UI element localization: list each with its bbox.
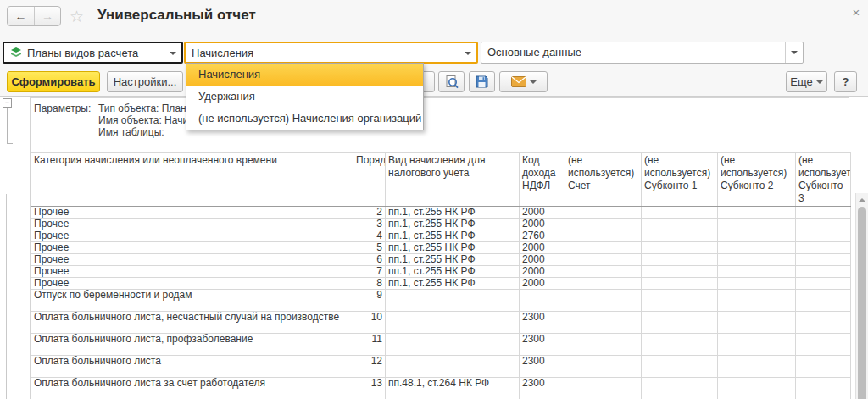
dropdown-option[interactable]: Удержания — [186, 86, 423, 108]
table-cell[interactable] — [642, 356, 718, 378]
table-cell[interactable] — [642, 230, 718, 242]
table-cell[interactable] — [796, 312, 851, 334]
table-cell[interactable]: Прочее — [31, 278, 353, 290]
table-cell[interactable]: 2000 — [520, 278, 565, 290]
table-cell[interactable]: пп.1, ст.255 НК РФ — [386, 266, 520, 278]
table-cell[interactable] — [642, 378, 718, 399]
object-type-select[interactable]: Планы видов расчета — [3, 42, 183, 64]
table-cell[interactable]: 3 — [353, 219, 386, 230]
table-cell[interactable] — [796, 356, 851, 378]
dropdown-option[interactable]: Начисления — [186, 64, 423, 86]
table-cell[interactable] — [718, 278, 796, 290]
table-cell[interactable]: Оплата больничного листа за счет работод… — [31, 378, 353, 399]
table-cell[interactable] — [718, 334, 796, 356]
table-cell[interactable] — [642, 334, 718, 356]
table-cell[interactable] — [796, 219, 851, 230]
table-cell[interactable] — [565, 242, 642, 254]
table-row[interactable]: Оплата больничного листа122300 — [31, 356, 851, 378]
table-cell[interactable] — [642, 242, 718, 254]
table-cell[interactable] — [565, 207, 642, 219]
table-row[interactable]: Прочее2пп.1, ст.255 НК РФ2000 — [31, 207, 851, 219]
table-cell[interactable] — [386, 312, 520, 334]
table-cell[interactable] — [796, 207, 851, 219]
table-cell[interactable]: пп.48.1, ст.264 НК РФ — [386, 378, 520, 399]
table-cell[interactable] — [565, 290, 642, 312]
table-cell[interactable]: 2300 — [520, 378, 565, 399]
table-row[interactable]: Оплата больничного листа, профзаболевани… — [31, 334, 851, 356]
table-cell[interactable]: Оплата больничного листа, профзаболевани… — [31, 334, 353, 356]
table-cell[interactable]: 6 — [353, 254, 386, 266]
table-cell[interactable]: 10 — [353, 312, 386, 334]
table-row[interactable]: Прочее3пп.1, ст.255 НК РФ2000 — [31, 219, 851, 230]
table-cell[interactable] — [718, 378, 796, 399]
table-cell[interactable] — [565, 378, 642, 399]
table-cell[interactable] — [565, 254, 642, 266]
table-cell[interactable] — [642, 266, 718, 278]
table-cell[interactable]: 11 — [353, 334, 386, 356]
table-row[interactable]: Отпуск по беременности и родам9 — [31, 290, 851, 312]
table-cell[interactable]: 9 — [353, 290, 386, 312]
save-button[interactable] — [469, 71, 495, 92]
table-cell[interactable]: 7 — [353, 266, 386, 278]
table-cell[interactable]: 2000 — [520, 207, 565, 219]
table-cell[interactable] — [796, 254, 851, 266]
back-button[interactable]: ← — [8, 7, 34, 25]
table-cell[interactable]: Прочее — [31, 266, 353, 278]
table-cell[interactable] — [796, 230, 851, 242]
table-cell[interactable]: Прочее — [31, 207, 353, 219]
table-cell[interactable]: Прочее — [31, 219, 353, 230]
dropdown-option[interactable]: (не используется) Начисления организаций — [186, 108, 423, 130]
table-cell[interactable] — [796, 378, 851, 399]
table-cell[interactable]: Прочее — [31, 242, 353, 254]
table-cell[interactable] — [718, 219, 796, 230]
table-row[interactable]: Прочее8пп.1, ст.255 НК РФ2000 — [31, 278, 851, 290]
scroll-up-arrow-icon[interactable] — [859, 195, 865, 202]
table-cell[interactable]: 5 — [353, 242, 386, 254]
generate-report-button[interactable]: Сформировать — [7, 71, 100, 92]
table-row[interactable]: Оплата больничного листа за счет работод… — [31, 378, 851, 399]
table-cell[interactable] — [642, 290, 718, 312]
table-cell[interactable] — [718, 207, 796, 219]
table-cell[interactable]: 2760 — [520, 230, 565, 242]
table-cell[interactable] — [565, 334, 642, 356]
settings-button[interactable]: Настройки... — [107, 71, 183, 92]
object-type-dropdown-arrow[interactable] — [164, 43, 181, 62]
table-cell[interactable]: 13 — [353, 378, 386, 399]
table-cell[interactable] — [565, 312, 642, 334]
table-row[interactable]: Прочее4пп.1, ст.255 НК РФ2760 — [31, 230, 851, 242]
table-cell[interactable]: Оплата больничного листа, несчастный слу… — [31, 312, 353, 334]
table-cell[interactable]: 2000 — [520, 219, 565, 230]
table-cell[interactable] — [565, 219, 642, 230]
table-cell[interactable] — [796, 290, 851, 312]
table-cell[interactable] — [796, 266, 851, 278]
table-cell[interactable]: 2300 — [520, 356, 565, 378]
more-button[interactable]: Еще — [786, 71, 827, 92]
table-cell[interactable] — [718, 242, 796, 254]
table-cell[interactable]: 2000 — [520, 242, 565, 254]
table-cell[interactable] — [718, 312, 796, 334]
table-cell[interactable]: Прочее — [31, 254, 353, 266]
table-cell[interactable]: 4 — [353, 230, 386, 242]
table-cell[interactable] — [642, 278, 718, 290]
table-row[interactable]: Прочее5пп.1, ст.255 НК РФ2000 — [31, 242, 851, 254]
data-source-dropdown-arrow[interactable] — [785, 42, 803, 63]
forward-button[interactable]: → — [34, 7, 60, 25]
table-cell[interactable] — [642, 207, 718, 219]
table-cell[interactable] — [386, 356, 520, 378]
table-cell[interactable]: 8 — [353, 278, 386, 290]
vertical-scrollbar[interactable] — [855, 193, 868, 399]
table-cell[interactable] — [718, 230, 796, 242]
table-cell[interactable] — [565, 230, 642, 242]
data-source-select[interactable]: Основные данные — [481, 42, 804, 64]
favorite-star-icon[interactable]: ☆ — [70, 7, 84, 26]
table-cell[interactable] — [565, 266, 642, 278]
object-select[interactable]: Начисления — [184, 42, 478, 64]
table-cell[interactable]: пп.1, ст.255 НК РФ — [386, 207, 520, 219]
table-row[interactable]: Прочее6пп.1, ст.255 НК РФ2000 — [31, 254, 851, 266]
table-cell[interactable] — [642, 219, 718, 230]
scrollbar-thumb[interactable] — [858, 207, 866, 399]
table-cell[interactable]: 2000 — [520, 266, 565, 278]
table-cell[interactable]: пп.1, ст.255 НК РФ — [386, 219, 520, 230]
email-dropdown-arrow[interactable] — [530, 80, 537, 87]
email-button[interactable] — [499, 71, 548, 92]
